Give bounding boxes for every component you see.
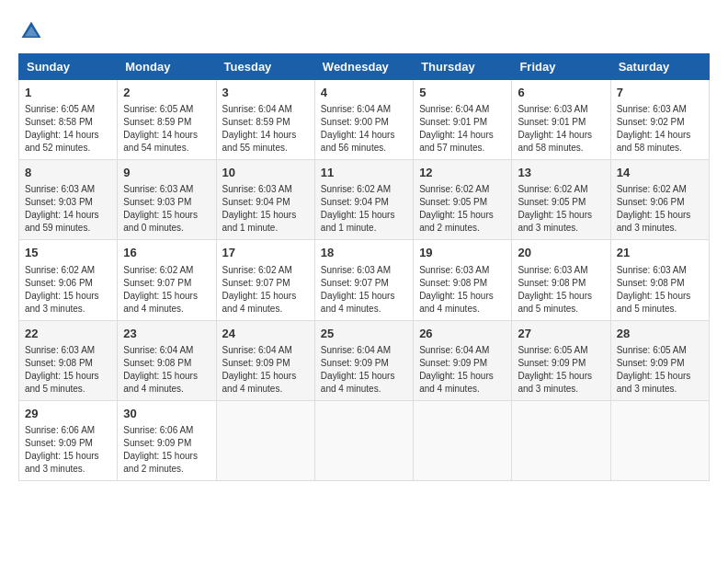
cell-info: Sunrise: 6:03 AMSunset: 9:08 PMDaylight:… — [617, 265, 691, 314]
day-number: 30 — [123, 406, 210, 422]
calendar-cell: 17Sunrise: 6:02 AMSunset: 9:07 PMDayligh… — [216, 240, 314, 320]
day-number: 2 — [123, 85, 210, 101]
cell-info: Sunrise: 6:03 AMSunset: 9:01 PMDaylight:… — [518, 104, 592, 153]
day-number: 17 — [222, 245, 309, 261]
calendar-cell: 20Sunrise: 6:03 AMSunset: 9:08 PMDayligh… — [512, 240, 610, 320]
day-number: 18 — [321, 245, 407, 261]
day-number: 9 — [123, 165, 210, 181]
calendar-cell — [512, 400, 610, 480]
cell-info: Sunrise: 6:05 AMSunset: 8:58 PMDaylight:… — [25, 104, 99, 153]
cell-info: Sunrise: 6:03 AMSunset: 9:07 PMDaylight:… — [321, 265, 395, 314]
calendar-cell: 18Sunrise: 6:03 AMSunset: 9:07 PMDayligh… — [314, 240, 413, 320]
day-number: 24 — [222, 326, 309, 342]
cell-info: Sunrise: 6:04 AMSunset: 9:01 PMDaylight:… — [419, 104, 494, 153]
day-of-week-header: Tuesday — [216, 54, 314, 80]
cell-info: Sunrise: 6:03 AMSunset: 9:08 PMDaylight:… — [25, 345, 99, 394]
logo-icon — [18, 18, 44, 44]
day-number: 22 — [25, 326, 111, 342]
day-number: 13 — [518, 165, 604, 181]
calendar-cell: 4Sunrise: 6:04 AMSunset: 9:00 PMDaylight… — [314, 80, 413, 160]
calendar-cell: 22Sunrise: 6:03 AMSunset: 9:08 PMDayligh… — [19, 320, 118, 400]
day-number: 4 — [321, 85, 407, 101]
day-number: 20 — [518, 245, 604, 261]
calendar-cell: 15Sunrise: 6:02 AMSunset: 9:06 PMDayligh… — [19, 240, 118, 320]
logo — [18, 18, 48, 44]
cell-info: Sunrise: 6:05 AMSunset: 9:09 PMDaylight:… — [518, 345, 592, 394]
cell-info: Sunrise: 6:03 AMSunset: 9:03 PMDaylight:… — [25, 184, 99, 233]
calendar-week-row: 22Sunrise: 6:03 AMSunset: 9:08 PMDayligh… — [19, 320, 710, 400]
calendar-cell — [414, 400, 512, 480]
calendar-table: SundayMondayTuesdayWednesdayThursdayFrid… — [18, 53, 710, 481]
cell-info: Sunrise: 6:03 AMSunset: 9:08 PMDaylight:… — [518, 265, 592, 314]
cell-info: Sunrise: 6:02 AMSunset: 9:07 PMDaylight:… — [222, 265, 297, 314]
calendar-cell: 5Sunrise: 6:04 AMSunset: 9:01 PMDaylight… — [414, 80, 512, 160]
calendar-week-row: 29Sunrise: 6:06 AMSunset: 9:09 PMDayligh… — [19, 400, 710, 480]
day-number: 23 — [123, 326, 210, 342]
page-header — [18, 18, 710, 44]
calendar-cell: 25Sunrise: 6:04 AMSunset: 9:09 PMDayligh… — [314, 320, 413, 400]
day-of-week-header: Monday — [118, 54, 216, 80]
calendar-cell: 23Sunrise: 6:04 AMSunset: 9:08 PMDayligh… — [118, 320, 216, 400]
calendar-week-row: 1Sunrise: 6:05 AMSunset: 8:58 PMDaylight… — [19, 80, 710, 160]
calendar-cell: 14Sunrise: 6:02 AMSunset: 9:06 PMDayligh… — [610, 160, 709, 240]
day-number: 11 — [321, 165, 407, 181]
day-number: 16 — [123, 245, 210, 261]
calendar-cell: 21Sunrise: 6:03 AMSunset: 9:08 PMDayligh… — [610, 240, 709, 320]
cell-info: Sunrise: 6:04 AMSunset: 8:59 PMDaylight:… — [222, 104, 297, 153]
calendar-cell — [314, 400, 413, 480]
cell-info: Sunrise: 6:04 AMSunset: 9:00 PMDaylight:… — [321, 104, 395, 153]
day-number: 28 — [617, 326, 703, 342]
cell-info: Sunrise: 6:02 AMSunset: 9:05 PMDaylight:… — [518, 184, 592, 233]
calendar-cell: 6Sunrise: 6:03 AMSunset: 9:01 PMDaylight… — [512, 80, 610, 160]
day-of-week-header: Sunday — [19, 54, 118, 80]
calendar-cell — [216, 400, 314, 480]
day-number: 10 — [222, 165, 309, 181]
day-number: 6 — [518, 85, 604, 101]
day-of-week-header: Friday — [512, 54, 610, 80]
day-number: 14 — [617, 165, 703, 181]
calendar-cell: 27Sunrise: 6:05 AMSunset: 9:09 PMDayligh… — [512, 320, 610, 400]
cell-info: Sunrise: 6:06 AMSunset: 9:09 PMDaylight:… — [25, 425, 99, 474]
day-number: 1 — [25, 85, 111, 101]
day-of-week-header: Wednesday — [314, 54, 413, 80]
day-number: 5 — [419, 85, 506, 101]
cell-info: Sunrise: 6:04 AMSunset: 9:09 PMDaylight:… — [222, 345, 297, 394]
day-number: 21 — [617, 245, 703, 261]
day-number: 25 — [321, 326, 407, 342]
day-number: 3 — [222, 85, 309, 101]
cell-info: Sunrise: 6:03 AMSunset: 9:08 PMDaylight:… — [419, 265, 494, 314]
calendar-cell: 26Sunrise: 6:04 AMSunset: 9:09 PMDayligh… — [414, 320, 512, 400]
calendar-cell: 3Sunrise: 6:04 AMSunset: 8:59 PMDaylight… — [216, 80, 314, 160]
day-number: 7 — [617, 85, 703, 101]
calendar-cell: 7Sunrise: 6:03 AMSunset: 9:02 PMDaylight… — [610, 80, 709, 160]
cell-info: Sunrise: 6:02 AMSunset: 9:05 PMDaylight:… — [419, 184, 494, 233]
calendar-week-row: 8Sunrise: 6:03 AMSunset: 9:03 PMDaylight… — [19, 160, 710, 240]
calendar-cell: 12Sunrise: 6:02 AMSunset: 9:05 PMDayligh… — [414, 160, 512, 240]
calendar-cell — [610, 400, 709, 480]
day-number: 12 — [419, 165, 506, 181]
cell-info: Sunrise: 6:05 AMSunset: 8:59 PMDaylight:… — [123, 104, 198, 153]
day-number: 26 — [419, 326, 506, 342]
calendar-cell: 19Sunrise: 6:03 AMSunset: 9:08 PMDayligh… — [414, 240, 512, 320]
calendar-cell: 2Sunrise: 6:05 AMSunset: 8:59 PMDaylight… — [118, 80, 216, 160]
calendar-cell: 24Sunrise: 6:04 AMSunset: 9:09 PMDayligh… — [216, 320, 314, 400]
cell-info: Sunrise: 6:02 AMSunset: 9:07 PMDaylight:… — [123, 265, 198, 314]
cell-info: Sunrise: 6:02 AMSunset: 9:04 PMDaylight:… — [321, 184, 395, 233]
calendar-cell: 28Sunrise: 6:05 AMSunset: 9:09 PMDayligh… — [610, 320, 709, 400]
day-number: 8 — [25, 165, 111, 181]
calendar-cell: 9Sunrise: 6:03 AMSunset: 9:03 PMDaylight… — [118, 160, 216, 240]
day-number: 29 — [25, 406, 111, 422]
cell-info: Sunrise: 6:04 AMSunset: 9:09 PMDaylight:… — [419, 345, 494, 394]
day-of-week-header: Saturday — [610, 54, 709, 80]
calendar-cell: 29Sunrise: 6:06 AMSunset: 9:09 PMDayligh… — [19, 400, 118, 480]
calendar-cell: 11Sunrise: 6:02 AMSunset: 9:04 PMDayligh… — [314, 160, 413, 240]
day-of-week-header: Thursday — [414, 54, 512, 80]
calendar-cell: 8Sunrise: 6:03 AMSunset: 9:03 PMDaylight… — [19, 160, 118, 240]
calendar-cell: 1Sunrise: 6:05 AMSunset: 8:58 PMDaylight… — [19, 80, 118, 160]
calendar-header-row: SundayMondayTuesdayWednesdayThursdayFrid… — [19, 54, 710, 80]
cell-info: Sunrise: 6:02 AMSunset: 9:06 PMDaylight:… — [617, 184, 691, 233]
cell-info: Sunrise: 6:04 AMSunset: 9:08 PMDaylight:… — [123, 345, 198, 394]
calendar-week-row: 15Sunrise: 6:02 AMSunset: 9:06 PMDayligh… — [19, 240, 710, 320]
day-number: 27 — [518, 326, 604, 342]
day-number: 19 — [419, 245, 506, 261]
